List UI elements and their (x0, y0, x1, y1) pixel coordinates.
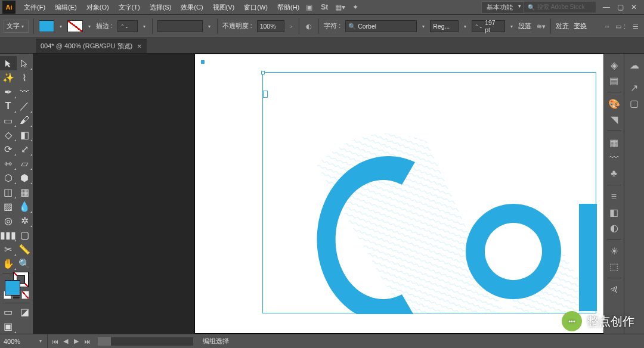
menu-view[interactable]: 视图(V) (208, 0, 240, 14)
hand-tool[interactable]: ✋ (0, 256, 17, 271)
document-tab[interactable]: 004* @ 400% (RGB/GPU 预览) ✕ (36, 39, 147, 53)
menu-help[interactable]: 帮助(H) (273, 0, 304, 14)
chevron-down-icon[interactable]: ▾ (38, 338, 44, 344)
horizontal-scrollbar[interactable] (98, 337, 193, 346)
isolate-icon[interactable]: ▫▫ (602, 21, 612, 31)
libraries-panel-icon[interactable]: ☁ (626, 57, 643, 73)
appearance-panel-icon[interactable]: ☀ (606, 243, 623, 259)
artboard[interactable] (194, 54, 603, 334)
app-logo[interactable]: Ai (2, 1, 16, 14)
lasso-tool[interactable]: ⌇ (17, 70, 33, 85)
chevron-down-icon[interactable]: ▾ (58, 24, 64, 29)
scrollbar-thumb[interactable] (98, 337, 111, 346)
layers-panel-icon[interactable]: ▤ (606, 73, 623, 88)
properties-panel-icon[interactable]: ◈ (606, 57, 623, 73)
curvature-tool[interactable]: 〰 (17, 85, 33, 99)
zoom-tool[interactable]: 🔍 (17, 256, 33, 271)
paintbrush-tool[interactable]: 🖌 (17, 113, 33, 128)
scale-tool[interactable]: ⤢ (17, 142, 33, 156)
gradient-tool[interactable]: ▨ (0, 199, 17, 213)
screen-mode-icon[interactable]: ▣ (0, 319, 17, 334)
text-bounding-box[interactable] (262, 72, 596, 313)
arrange-docs-icon[interactable]: ▦▾ (335, 2, 345, 12)
chevron-down-icon[interactable]: ▾ (206, 24, 212, 29)
measure-tool[interactable]: 📏 (17, 242, 33, 256)
handle-tl[interactable] (261, 71, 265, 74)
zoom-level-field[interactable]: 400% ▾ (0, 334, 48, 348)
chevron-down-icon[interactable]: ▾ (141, 24, 147, 29)
selection-tool[interactable] (0, 56, 17, 70)
transparency-panel-icon[interactable]: ◐ (606, 220, 623, 235)
window-minimize[interactable]: — (603, 3, 610, 11)
menu-edit[interactable]: 编辑(E) (50, 0, 82, 14)
column-graph-tool[interactable]: ▮▮▮ (0, 228, 17, 242)
asset-export-icon[interactable]: ↗ (626, 80, 643, 95)
canvas-area[interactable] (33, 54, 603, 334)
menu-select[interactable]: 选择(S) (145, 0, 177, 14)
menu-type[interactable]: 文字(T) (114, 0, 145, 14)
eyedropper-tool[interactable]: 💧 (17, 199, 33, 213)
next-artboard-icon[interactable]: ▶ (72, 337, 81, 346)
menu-file[interactable]: 文件(F) (19, 0, 50, 14)
slice-tool[interactable]: ✂ (0, 242, 17, 256)
mesh-tool[interactable]: ▦ (17, 185, 33, 199)
draw-behind-icon[interactable]: ◪ (17, 305, 33, 319)
prefs-icon[interactable]: ☰ (631, 21, 640, 31)
shape-builder-tool[interactable]: ⬡ (0, 170, 17, 185)
live-paint-tool[interactable]: ⬢ (17, 170, 33, 185)
prev-artboard-icon[interactable]: ◀ (61, 337, 70, 346)
pen-tool[interactable]: ✒ (0, 85, 17, 99)
chevron-down-icon[interactable]: ▾ (462, 24, 468, 29)
recolor-icon[interactable]: ◐ (304, 21, 314, 31)
window-maximize[interactable]: ▢ (617, 3, 624, 11)
font-size-field[interactable]: ⌃⌄ 197 pt (472, 20, 505, 32)
paragraph-align-icon[interactable]: ≋▾ (536, 21, 546, 31)
fill-color-chip[interactable] (39, 20, 54, 32)
shaper-tool[interactable]: ◇ (0, 128, 17, 142)
width-tool[interactable]: ⇿ (0, 156, 17, 170)
chevron-down-icon[interactable]: ▾ (509, 24, 515, 29)
rectangle-tool[interactable]: ▭ (0, 113, 17, 128)
transform-label[interactable]: 变换 (574, 22, 587, 30)
chevron-down-icon[interactable]: ▾ (420, 24, 426, 29)
font-family-field[interactable]: 🔍 Corbel (345, 20, 417, 32)
fill-stroke-swatch[interactable] (5, 280, 29, 287)
brush-definition-field[interactable] (157, 20, 203, 32)
gpu-icon[interactable]: ✦ (351, 2, 360, 12)
draw-normal-icon[interactable]: ▭ (0, 305, 17, 319)
artboards-panel-icon[interactable]: ▢ (626, 95, 643, 111)
type-tool[interactable]: T (0, 99, 17, 113)
close-icon[interactable]: ✕ (137, 44, 142, 49)
color-mode-none[interactable] (21, 291, 29, 299)
direct-selection-tool[interactable] (17, 56, 33, 70)
stroke-color-chip[interactable] (67, 20, 83, 32)
fill-swatch[interactable] (5, 280, 20, 296)
align-panel-icon[interactable]: ⫷ (606, 282, 623, 297)
first-artboard-icon[interactable]: ⏮ (50, 337, 60, 346)
color-guide-panel-icon[interactable]: ◥ (606, 111, 623, 127)
menu-object[interactable]: 对象(O) (82, 0, 114, 14)
gradient-panel-icon[interactable]: ◧ (606, 204, 623, 220)
color-panel-icon[interactable]: 🎨 (606, 96, 623, 111)
align-label[interactable]: 对齐 (556, 22, 569, 30)
eraser-tool[interactable]: ◧ (17, 128, 33, 142)
last-artboard-icon[interactable]: ⏭ (82, 337, 92, 346)
window-close[interactable]: ✕ (631, 3, 637, 11)
symbols-panel-icon[interactable]: ♣ (606, 166, 623, 181)
free-transform-tool[interactable]: ▱ (17, 156, 33, 170)
symbol-sprayer-tool[interactable]: ✲ (17, 213, 33, 228)
brushes-panel-icon[interactable]: 〰 (606, 150, 623, 166)
text-caret-handle[interactable] (263, 91, 268, 98)
artboard-tool[interactable]: ▢ (17, 228, 33, 242)
stock-icon[interactable]: St (320, 2, 329, 12)
rotate-tool[interactable]: ⟳ (0, 142, 17, 156)
chevron-down-icon[interactable]: > (288, 24, 295, 29)
perspective-grid-tool[interactable]: ◫ (0, 185, 17, 199)
opacity-field[interactable]: 100% (257, 20, 284, 32)
font-style-field[interactable]: Reg... (430, 20, 459, 32)
search-stock-field[interactable]: 🔍 搜索 Adobe Stock (524, 2, 596, 13)
chevron-down-icon[interactable]: ▾ (86, 24, 92, 29)
magic-wand-tool[interactable]: ✨ (0, 70, 17, 85)
line-tool[interactable]: ／ (17, 99, 33, 113)
blend-tool[interactable]: ◎ (0, 213, 17, 228)
